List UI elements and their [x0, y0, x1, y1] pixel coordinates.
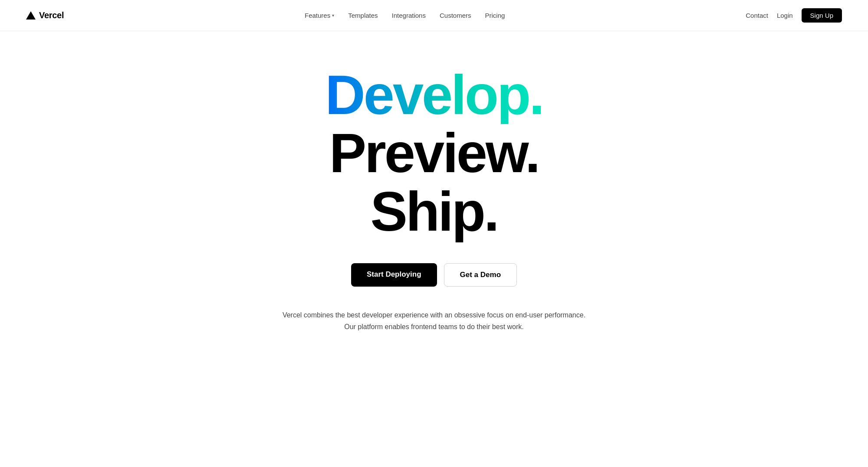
hero-description: Vercel combines the best developer exper…: [283, 309, 585, 333]
nav-links-list: Features ▾ Templates Integrations Custom…: [305, 12, 505, 20]
hero-desc-line2: Our platform enables frontend teams to d…: [283, 321, 585, 333]
nav-right-group: Contact Login Sign Up: [746, 8, 842, 23]
hero-line-ship: Ship.: [371, 183, 498, 241]
hero-cta-group: Start Deploying Get a Demo: [351, 263, 517, 287]
nav-features-label: Features: [305, 12, 330, 19]
nav-item-integrations[interactable]: Integrations: [392, 12, 426, 20]
chevron-down-icon: ▾: [332, 13, 334, 18]
main-nav: Vercel Features ▾ Templates Integrations…: [0, 0, 868, 31]
vercel-triangle-icon: [26, 11, 36, 20]
logo-link[interactable]: Vercel: [26, 10, 64, 20]
nav-contact-link[interactable]: Contact: [746, 12, 768, 19]
brand-name: Vercel: [39, 10, 64, 20]
hero-heading: Develop. Preview. Ship.: [325, 66, 543, 241]
hero-line-develop: Develop.: [325, 66, 543, 124]
nav-item-customers[interactable]: Customers: [440, 12, 471, 20]
nav-integrations-link[interactable]: Integrations: [392, 12, 426, 19]
nav-item-templates[interactable]: Templates: [348, 12, 378, 20]
start-deploying-button[interactable]: Start Deploying: [351, 263, 437, 287]
signup-button[interactable]: Sign Up: [802, 8, 842, 23]
nav-templates-link[interactable]: Templates: [348, 12, 378, 19]
nav-customers-link[interactable]: Customers: [440, 12, 471, 19]
nav-features-link[interactable]: Features ▾: [305, 12, 334, 19]
nav-item-features[interactable]: Features ▾: [305, 12, 334, 19]
hero-section: Develop. Preview. Ship. Start Deploying …: [0, 31, 868, 359]
hero-line-preview: Preview.: [329, 124, 539, 182]
get-demo-button[interactable]: Get a Demo: [444, 263, 517, 287]
hero-desc-line1: Vercel combines the best developer exper…: [283, 309, 585, 321]
nav-pricing-link[interactable]: Pricing: [485, 12, 505, 19]
nav-login-link[interactable]: Login: [777, 12, 793, 19]
nav-item-pricing[interactable]: Pricing: [485, 12, 505, 20]
